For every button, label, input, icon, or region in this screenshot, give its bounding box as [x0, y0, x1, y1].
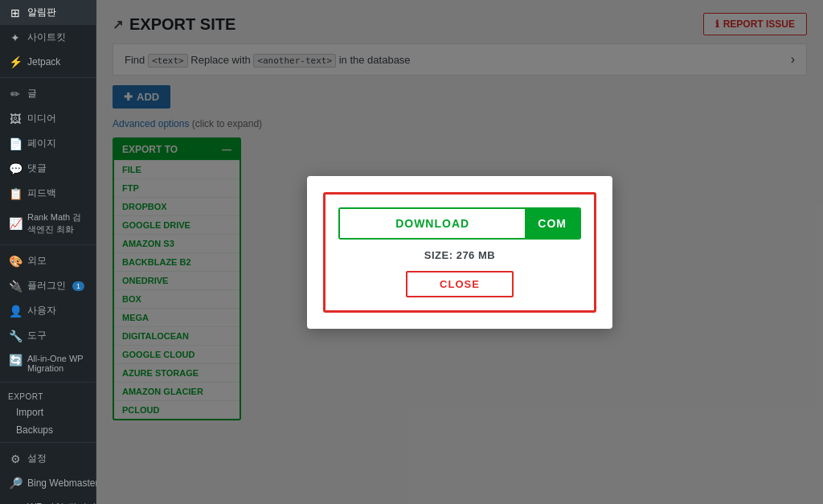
modal-inner: DOWNLOAD COM SIZE: 276 MB CLOSE: [323, 192, 596, 313]
sidebar-item-label: 알림판: [27, 6, 56, 19]
main-content: ↗ EXPORT SITE ℹ REPORT ISSUE Find <text>…: [96, 0, 823, 504]
download-com[interactable]: COM: [525, 209, 579, 238]
divider-3: [0, 382, 96, 383]
sidebar-item-pages[interactable]: 📄 페이지: [0, 131, 96, 156]
sidebar-item-label: 페이지: [27, 137, 56, 150]
media-icon: 🖼: [8, 113, 23, 125]
comments-icon: 💬: [8, 162, 23, 175]
rankmath-icon: 📈: [8, 217, 23, 230]
feedback-icon: 📋: [8, 187, 23, 200]
posts-icon: ✏: [8, 88, 23, 100]
users-icon: 👤: [8, 305, 23, 318]
sidebar-item-bing[interactable]: 🔎 Bing Webmaster: [0, 471, 96, 495]
sidebar-item-label: 도구: [27, 329, 47, 342]
appearance-icon: 🎨: [8, 255, 23, 268]
sidebar-item-label: 사이트킷: [27, 31, 66, 44]
sidebar-item-label: WP 파일 관리자: [27, 501, 96, 504]
sidebar-item-import[interactable]: Import: [0, 404, 96, 421]
sidebar-item-settings[interactable]: ⚙ 설정: [0, 446, 96, 471]
download-button-row: DOWNLOAD COM: [338, 207, 581, 240]
download-label[interactable]: DOWNLOAD: [340, 209, 525, 238]
sitekit-icon: ✦: [8, 31, 23, 44]
export-section-label: Export: [0, 386, 96, 404]
sidebar-item-users[interactable]: 👤 사용자: [0, 298, 96, 323]
sidebar-item-label: 사용자: [27, 304, 56, 318]
sidebar-item-label: 글: [27, 87, 37, 100]
sidebar-item-label: 피드백: [27, 186, 56, 200]
jetpack-icon: ⚡: [8, 55, 23, 68]
sidebar-item-label: 댓글: [27, 162, 47, 175]
sidebar-item-label: 미디어: [27, 112, 56, 125]
sidebar-item-label: Rank Math 검색엔진 최화: [27, 211, 88, 236]
sidebar-item-label: Bing Webmaster: [27, 477, 98, 489]
sidebar-item-plugins[interactable]: 🔌 플러그인 1: [0, 273, 96, 298]
pages-icon: 📄: [8, 137, 23, 150]
plugins-badge: 1: [72, 281, 84, 291]
dashboard-icon: ⊞: [8, 6, 23, 19]
size-info: SIZE: 276 MB: [424, 249, 495, 261]
sidebar-item-posts[interactable]: ✏ 글: [0, 81, 96, 106]
sidebar-item-aio[interactable]: 🔄 All-in-One WP Migration: [0, 348, 96, 379]
sidebar: ⊞ 알림판 ✦ 사이트킷 ⚡ Jetpack ✏ 글 🖼 미디어 📄 페이지 💬…: [0, 0, 96, 504]
sidebar-item-appearance[interactable]: 🎨 외모: [0, 248, 96, 273]
sidebar-item-dashboard[interactable]: ⊞ 알림판: [0, 0, 96, 25]
sidebar-item-backups[interactable]: Backups: [0, 421, 96, 439]
divider-1: [0, 77, 96, 78]
sidebar-item-label: Jetpack: [27, 56, 60, 68]
settings-icon: ⚙: [8, 453, 23, 465]
sidebar-item-label: 설정: [27, 452, 47, 465]
sidebar-item-jetpack[interactable]: ⚡ Jetpack: [0, 50, 96, 74]
wp-file-icon: 📁: [8, 502, 23, 505]
sidebar-item-media[interactable]: 🖼 미디어: [0, 106, 96, 131]
tools-icon: 🔧: [8, 330, 23, 342]
sidebar-item-wp-file[interactable]: 📁 WP 파일 관리자: [0, 495, 96, 504]
sidebar-item-comments[interactable]: 💬 댓글: [0, 156, 96, 181]
divider-2: [0, 244, 96, 245]
divider-4: [0, 442, 96, 443]
sidebar-item-label: 플러그인: [27, 279, 66, 293]
sidebar-item-feedback[interactable]: 📋 피드백: [0, 181, 96, 206]
download-modal: DOWNLOAD COM SIZE: 276 MB CLOSE: [307, 176, 612, 329]
sidebar-item-label: All-in-One WP Migration: [27, 354, 88, 373]
sidebar-item-rankmath[interactable]: 📈 Rank Math 검색엔진 최화: [0, 206, 96, 241]
close-button[interactable]: CLOSE: [406, 271, 514, 297]
aio-icon: 🔄: [8, 354, 23, 367]
plugins-icon: 🔌: [8, 280, 23, 293]
sidebar-item-sitekit[interactable]: ✦ 사이트킷: [0, 25, 96, 50]
sidebar-item-tools[interactable]: 🔧 도구: [0, 323, 96, 348]
bing-icon: 🔎: [8, 477, 23, 490]
modal-overlay: DOWNLOAD COM SIZE: 276 MB CLOSE: [96, 0, 823, 504]
sidebar-item-label: 외모: [27, 254, 47, 268]
